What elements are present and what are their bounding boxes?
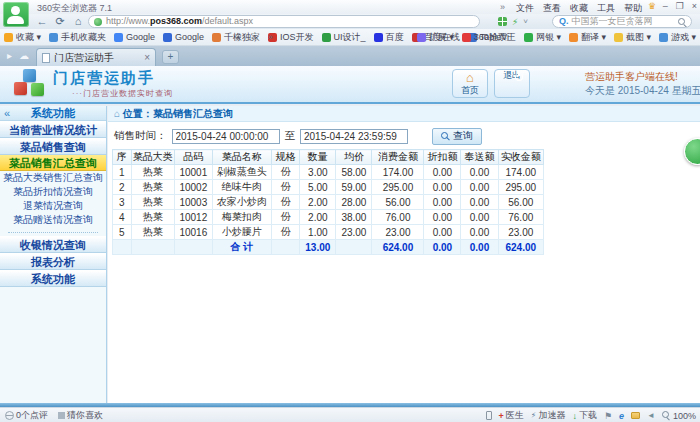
like-icon bbox=[58, 412, 65, 419]
sidebar-item[interactable]: 退菜情况查询 bbox=[0, 199, 106, 213]
cell-free: 0.00 bbox=[461, 165, 498, 180]
bookmark-extension-item[interactable]: 扩展 ▾ bbox=[417, 31, 454, 44]
bookmark-extension-item[interactable]: 网银 ▾ bbox=[524, 31, 561, 44]
accelerator-label: 加速器 bbox=[538, 409, 565, 422]
sidebar: « 系统功能 当前营业情况统计 菜品销售查询 菜品销售汇总查询 菜品大类销售汇总… bbox=[0, 106, 107, 403]
bookmark-item[interactable]: Google bbox=[114, 32, 155, 42]
bookmark-item[interactable]: 收藏 ▾ bbox=[4, 31, 41, 44]
accelerator-item[interactable]: ⚡ 加速器 bbox=[531, 409, 566, 422]
bookmark-label: Google bbox=[175, 32, 204, 42]
sidebar-item[interactable]: 菜品大类销售汇总查询 bbox=[0, 171, 106, 185]
cell-code: 10016 bbox=[174, 225, 212, 240]
back-icon[interactable]: ← bbox=[34, 14, 50, 28]
tab-close-icon[interactable]: × bbox=[144, 52, 150, 63]
cell-code: 10003 bbox=[174, 195, 212, 210]
sidebar-item[interactable]: 收银情况查询 bbox=[0, 236, 106, 253]
speaker-icon[interactable]: ◄ bbox=[647, 411, 655, 420]
search-box[interactable]: Q.中国第一女巨贪落网 bbox=[552, 15, 692, 28]
table-row: 1 热菜 10001 剁椒蒸鱼头 份 3.00 58.00 174.00 0.0… bbox=[113, 165, 544, 180]
tab-list-arrow-icon[interactable]: ▸ bbox=[7, 50, 12, 61]
bookmark-item[interactable]: 百度 bbox=[374, 31, 404, 44]
app-home-label: 首页 bbox=[453, 85, 487, 95]
bookmarks-overflow-icon[interactable]: » bbox=[268, 32, 273, 42]
bookmark-extension-item[interactable]: 360抢票王 bbox=[462, 31, 516, 44]
restore-button[interactable]: ❐ bbox=[676, 1, 684, 11]
extension-icon bbox=[659, 33, 668, 42]
close-button[interactable]: × bbox=[692, 1, 697, 11]
cell-category: 热菜 bbox=[131, 195, 174, 210]
speed-bolt-icon[interactable]: ⚡ bbox=[512, 17, 518, 27]
cell-spec: 份 bbox=[271, 165, 300, 180]
toolbar-extensions: ⚡ ˅ bbox=[498, 15, 528, 28]
date-from-input[interactable] bbox=[172, 129, 280, 144]
bookmark-extension-item[interactable]: 游戏 ▾ bbox=[659, 31, 696, 44]
menu-overflow-icon[interactable]: » bbox=[500, 2, 505, 12]
cell-discount: 0.00 bbox=[424, 195, 461, 210]
address-bar[interactable]: http://www.pos368.com/default.aspx bbox=[88, 15, 480, 28]
sidebar-item[interactable]: 当前营业情况统计 bbox=[0, 121, 106, 138]
sidebar-header[interactable]: « 系统功能 bbox=[0, 106, 106, 121]
bookmark-item[interactable]: Google bbox=[163, 32, 204, 42]
bookmark-label: UI设计_ bbox=[334, 31, 366, 44]
chevron-down-icon[interactable]: ˅ bbox=[523, 17, 528, 26]
extension-label: 截图 ▾ bbox=[626, 31, 651, 44]
app-exit-label: 退出 bbox=[495, 70, 529, 80]
col-free: 奉送额 bbox=[461, 150, 498, 165]
query-button[interactable]: 查询 bbox=[432, 128, 482, 145]
like-item[interactable]: 猜你喜欢 bbox=[58, 409, 103, 422]
sidebar-item[interactable]: 菜品销售查询 bbox=[0, 138, 106, 155]
sidebar-item[interactable]: 菜品折扣情况查询 bbox=[0, 185, 106, 199]
navigation-toolbar: ← ⟳ ⌂ http://www.pos368.com/default.aspx… bbox=[0, 14, 700, 29]
doctor-item[interactable]: + 医生 bbox=[499, 409, 524, 422]
refresh-icon[interactable]: ⟳ bbox=[52, 14, 68, 28]
bookmark-item[interactable]: 手机收藏夹 bbox=[49, 31, 106, 44]
app-exit-button[interactable]: 退出 bbox=[494, 69, 530, 98]
sidebar-item[interactable]: 系统功能 bbox=[0, 270, 106, 287]
zoom-item[interactable]: 100% bbox=[662, 411, 696, 421]
bookmark-extension-item[interactable]: 截图 ▾ bbox=[614, 31, 651, 44]
flag-icon[interactable]: ⚑ bbox=[604, 411, 612, 421]
col-discount: 折扣额 bbox=[424, 150, 461, 165]
sidebar-item[interactable]: 菜品赠送情况查询 bbox=[0, 213, 106, 227]
sidebar-menu: 当前营业情况统计 菜品销售查询 菜品销售汇总查询 菜品大类销售汇总查询 菜品折扣… bbox=[0, 121, 106, 287]
collapse-icon[interactable]: « bbox=[4, 106, 10, 121]
search-icon[interactable] bbox=[678, 18, 687, 27]
folder-icon[interactable] bbox=[631, 412, 640, 419]
doctor-cross-icon: + bbox=[499, 411, 504, 421]
app-home-button[interactable]: ⌂ 首页 bbox=[452, 69, 488, 98]
sidebar-item[interactable]: 报表分析 bbox=[0, 253, 106, 270]
bookmark-label: 收藏 ▾ bbox=[16, 31, 41, 44]
date-to-input[interactable] bbox=[300, 129, 408, 144]
like-label: 猜你喜欢 bbox=[67, 409, 103, 422]
sidebar-item[interactable] bbox=[8, 227, 98, 233]
reviews-item[interactable]: 0个点评 bbox=[5, 409, 48, 422]
extension-label: 翻译 ▾ bbox=[581, 31, 606, 44]
extension-icon bbox=[614, 33, 623, 42]
minimize-button[interactable]: – bbox=[663, 1, 668, 11]
bookmark-item[interactable]: 千橡独家 bbox=[212, 31, 260, 44]
tab-active[interactable]: 门店营运助手 × bbox=[36, 48, 156, 66]
phone-icon[interactable] bbox=[486, 411, 492, 420]
total-label: 合 计 bbox=[212, 240, 271, 255]
sidebar-item[interactable]: 菜品销售汇总查询 bbox=[0, 155, 106, 171]
query-bar: 销售时间： 至 查询 bbox=[108, 122, 700, 146]
total-consume-amount: 624.00 bbox=[372, 240, 424, 255]
table-body: 1 热菜 10001 剁椒蒸鱼头 份 3.00 58.00 174.00 0.0… bbox=[113, 165, 544, 240]
bookmark-item[interactable]: UI设计_ bbox=[322, 31, 366, 44]
bookmark-extension-item[interactable]: 翻译 ▾ bbox=[569, 31, 606, 44]
bookmark-item[interactable]: IOS开发 bbox=[268, 31, 314, 44]
ie-compat-icon[interactable]: e bbox=[619, 411, 624, 421]
download-item[interactable]: ↓ 下载 bbox=[572, 409, 597, 422]
user-avatar[interactable] bbox=[3, 2, 29, 27]
new-tab-button[interactable]: + bbox=[162, 50, 179, 64]
cell-avg-price: 58.00 bbox=[336, 165, 372, 180]
query-to-word: 至 bbox=[285, 129, 296, 143]
house-icon: ⌂ bbox=[453, 70, 487, 85]
apps-grid-icon[interactable] bbox=[498, 17, 507, 26]
home-icon[interactable]: ⌂ bbox=[70, 14, 86, 28]
cell-consume-amount: 23.00 bbox=[372, 225, 424, 240]
search-query: 中国第一女巨贪落网 bbox=[572, 16, 653, 26]
zoom-level: 100% bbox=[673, 411, 696, 421]
cloud-sync-icon[interactable]: ☁ bbox=[19, 50, 29, 61]
vip-crown-icon[interactable]: ♛ bbox=[648, 1, 656, 11]
